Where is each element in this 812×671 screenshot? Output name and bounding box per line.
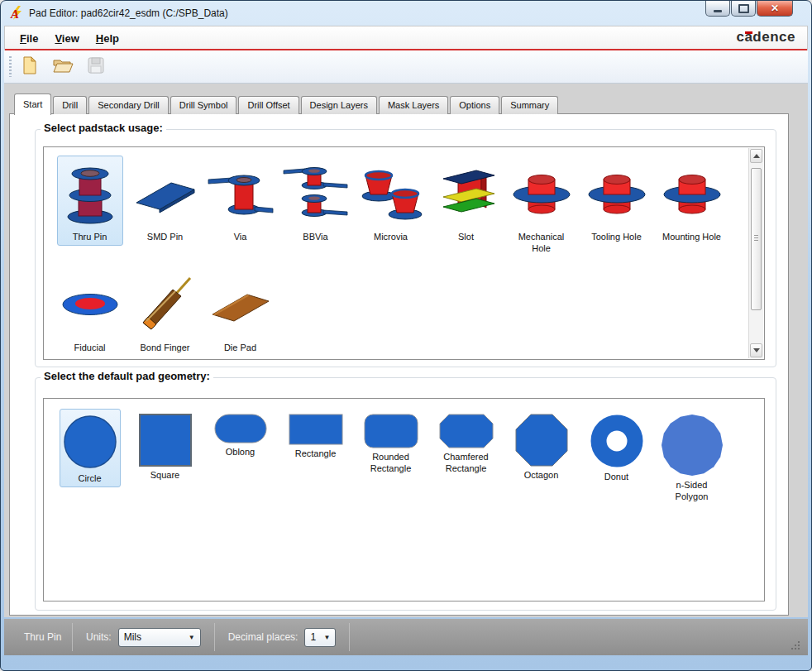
cadence-logo-bar <box>745 31 752 34</box>
resize-grip-icon <box>791 641 793 643</box>
scrollbar-thumb[interactable] <box>751 168 762 310</box>
chamfered-rectangle-icon <box>439 414 494 448</box>
microvia-icon <box>356 166 426 221</box>
tab-mask-layers[interactable]: Mask Layers <box>379 96 448 114</box>
geometry-square[interactable]: Square <box>129 409 201 484</box>
decimal-places-label: Decimal places: <box>228 631 299 643</box>
padstack-usage-group: Select padstack usage: Thru Pin SMD Pin <box>35 129 776 367</box>
padstack-fiducial[interactable]: Fiducial <box>54 266 126 357</box>
toolbar-grip[interactable] <box>9 56 12 77</box>
octagon-icon <box>515 414 568 467</box>
pad-editor-window: A Pad Editor: pad62cir42_esdm (C:/SPB_Da… <box>0 0 812 671</box>
pad-geometry-group: Select the default pad geometry: Circle … <box>35 377 776 611</box>
menu-help[interactable]: Help <box>88 29 127 48</box>
padstack-slot[interactable]: Slot <box>430 156 502 258</box>
tab-bar: StartDrillSecondary DrillDrill SymbolDri… <box>14 93 560 114</box>
geometry-n-sided-polygon[interactable]: n-Sided Polygon <box>656 409 728 506</box>
geometry-circle[interactable]: Circle <box>54 409 126 487</box>
tab-options[interactable]: Options <box>450 96 499 114</box>
padstack-usage-panel: Thru Pin SMD Pin Via <box>43 146 765 360</box>
scroll-down-icon <box>753 348 760 352</box>
window-title: Pad Editor: pad62cir42_esdm (C:/SPB_Data… <box>29 1 228 26</box>
geometry-octagon[interactable]: Octagon <box>505 409 577 484</box>
toolbar-buttons <box>17 55 108 79</box>
geometry-donut[interactable]: Donut <box>580 409 652 486</box>
new-button[interactable] <box>17 55 42 79</box>
resize-grip[interactable] <box>791 641 801 651</box>
mech-hole-icon <box>657 170 727 218</box>
tab-drill-symbol[interactable]: Drill Symbol <box>170 96 237 114</box>
menubar: FileViewHelp cadence <box>4 26 808 50</box>
padstack-usage-label: Select padstack usage: <box>41 122 166 134</box>
via-icon <box>208 167 274 220</box>
tab-design-layers[interactable]: Design Layers <box>301 96 377 114</box>
thru-pin-icon <box>60 162 121 225</box>
n-sided-polygon-icon <box>661 414 724 477</box>
padstack-tooling-hole[interactable]: Tooling Hole <box>580 156 652 258</box>
geometry-items: Circle Square Oblong Rectangle Rounded R… <box>54 409 757 599</box>
maximize-icon <box>738 4 749 13</box>
scroll-down-button[interactable] <box>750 343 762 357</box>
padstack-scrollbar[interactable] <box>748 148 763 358</box>
tab-drill[interactable]: Drill <box>53 96 87 114</box>
statusbar-separator <box>72 623 73 651</box>
padstack-die-pad[interactable]: Die Pad <box>204 266 276 357</box>
save-disk-icon <box>86 55 106 79</box>
padstack-bond-finger[interactable]: Bond Finger <box>129 266 201 357</box>
geometry-chamfered-rectangle[interactable]: Chamfered Rectangle <box>430 409 502 478</box>
units-dropdown-arrow-icon: ▼ <box>189 634 195 641</box>
statusbar-separator <box>214 623 215 651</box>
minimize-button[interactable] <box>705 1 730 17</box>
new-file-icon <box>20 55 40 79</box>
mech-hole-icon <box>582 170 652 218</box>
scrollbar-grip-icon <box>754 235 758 242</box>
scroll-up-icon <box>753 154 760 158</box>
decimal-places-dropdown[interactable]: 1 ▼ <box>304 628 336 647</box>
padstack-smd-pin[interactable]: SMD Pin <box>129 156 201 258</box>
close-icon: ✕ <box>771 3 779 13</box>
window-controls: ✕ <box>705 1 793 17</box>
maximize-button[interactable] <box>731 1 756 17</box>
tab-start[interactable]: Start <box>14 93 51 115</box>
statusbar-mode: Thru Pin <box>24 631 72 643</box>
padstack-mechanical-hole[interactable]: Mechanical Hole <box>505 156 577 258</box>
save-button[interactable] <box>84 55 108 79</box>
circle-icon <box>62 414 118 470</box>
toolbar <box>4 50 808 84</box>
padstack-bbvia[interactable]: BBVia <box>279 156 351 258</box>
slot-icon <box>436 169 497 218</box>
bbvia-icon <box>283 165 349 223</box>
rounded-rectangle-icon <box>364 414 418 448</box>
padstack-items: Thru Pin SMD Pin Via <box>54 156 743 357</box>
statusbar: Thru Pin Units: Mils ▼ Decimal places: 1… <box>4 619 808 655</box>
bond-finger-icon <box>136 275 195 334</box>
tab-secondary-drill[interactable]: Secondary Drill <box>88 96 169 114</box>
app-icon: A <box>9 6 24 21</box>
padstack-thru-pin[interactable]: Thru Pin <box>54 156 126 258</box>
donut-icon <box>590 414 644 468</box>
scroll-up-button[interactable] <box>750 149 762 163</box>
geometry-oblong[interactable]: Oblong <box>204 409 276 461</box>
oblong-icon <box>214 414 267 443</box>
tab-drill-offset[interactable]: Drill Offset <box>238 96 299 114</box>
padstack-via[interactable]: Via <box>204 156 276 258</box>
menu-view[interactable]: View <box>46 29 87 48</box>
units-dropdown[interactable]: Mils ▼ <box>118 628 201 647</box>
units-value: Mils <box>124 631 141 643</box>
geometry-rounded-rectangle[interactable]: Rounded Rectangle <box>355 409 427 478</box>
die-pad-icon <box>209 281 272 328</box>
units-label: Units: <box>86 631 112 643</box>
open-button[interactable] <box>50 55 75 79</box>
padstack-mounting-hole[interactable]: Mounting Hole <box>656 156 728 258</box>
tab-summary[interactable]: Summary <box>501 96 558 114</box>
menu-file[interactable]: File <box>12 29 46 48</box>
geometry-rectangle[interactable]: Rectangle <box>279 409 351 463</box>
start-tab-page: Select padstack usage: Thru Pin SMD Pin <box>9 113 789 616</box>
menu-items: FileViewHelp <box>12 26 127 50</box>
close-button[interactable]: ✕ <box>757 1 793 17</box>
svg-text:A: A <box>10 7 19 21</box>
decimal-dropdown-arrow-icon: ▼ <box>323 634 330 641</box>
fiducial-icon <box>59 287 122 322</box>
pad-geometry-label: Select the default pad geometry: <box>41 370 213 382</box>
padstack-microvia[interactable]: Microvia <box>355 156 427 258</box>
